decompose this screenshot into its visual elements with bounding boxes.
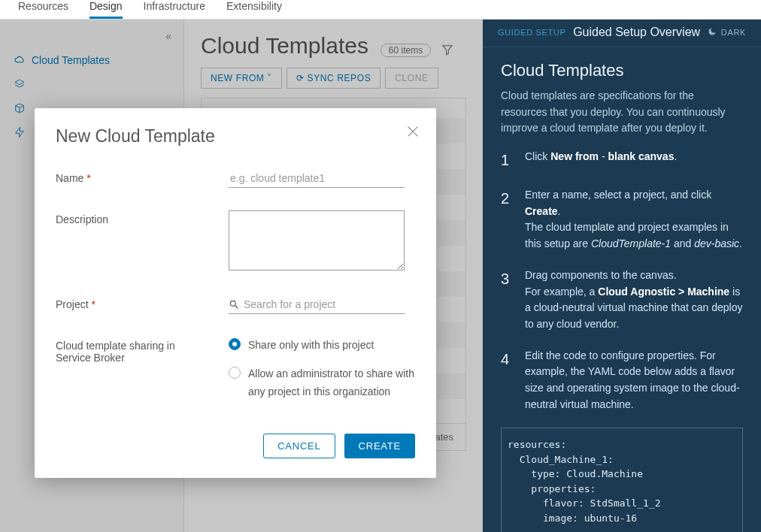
new-cloud-template-modal: New Cloud Template Name * Description [35, 108, 436, 478]
tab-resources[interactable]: Resources [18, 0, 68, 19]
close-icon[interactable] [405, 123, 421, 140]
radio-share-admin[interactable]: Allow an administrator to share with any… [229, 365, 415, 401]
guided-setup-link[interactable]: GUIDED SETUP [498, 28, 565, 37]
required-mark: * [91, 298, 95, 310]
tab-design[interactable]: Design [89, 0, 123, 19]
field-label: Service Broker [56, 352, 125, 364]
yaml-code-block: resources: Cloud_Machine_1: type: Cloud.… [501, 428, 743, 532]
radio-share-only-project[interactable]: Share only with this project [229, 337, 415, 355]
guided-overview-title: Guided Setup Overview [573, 26, 700, 39]
tab-infrastructure[interactable]: Infrastructure [144, 0, 205, 19]
guided-panel: GUIDED SETUP Guided Setup Overview DARK … [483, 20, 761, 532]
top-tabs: Resources Design Infrastructure Extensib… [0, 0, 761, 20]
guided-intro: Cloud templates are specifications for t… [501, 88, 743, 137]
field-label: Cloud template sharing in [56, 340, 175, 352]
radio-label: Share only with this project [248, 337, 374, 355]
svg-line-6 [235, 306, 238, 309]
dark-mode-toggle[interactable]: DARK [708, 27, 746, 38]
guided-step-1: 1 Click New from - blank canvas. [501, 149, 743, 172]
svg-point-5 [230, 301, 235, 306]
field-label: Name [56, 172, 83, 184]
radio-icon [229, 367, 241, 379]
cancel-button[interactable]: CANCEL [263, 434, 335, 458]
guided-step-4: 4 Edit the code to configure properties.… [501, 348, 743, 413]
field-label: Project [56, 298, 89, 310]
description-textarea[interactable] [229, 210, 405, 271]
project-search-input[interactable] [244, 295, 405, 313]
moon-icon [708, 27, 717, 38]
guided-step-3: 3 Drag components to the canvas. For exa… [501, 268, 743, 333]
radio-label: Allow an administrator to share with any… [248, 365, 415, 401]
tab-extensibility[interactable]: Extensibility [226, 0, 282, 19]
name-input[interactable] [229, 169, 405, 188]
project-search[interactable] [229, 295, 405, 314]
guided-heading: Cloud Templates [501, 61, 743, 80]
create-button[interactable]: CREATE [344, 434, 415, 458]
radio-icon [229, 338, 241, 350]
search-icon [229, 299, 239, 310]
modal-title: New Cloud Template [56, 126, 415, 147]
guided-step-2: 2 Enter a name, select a project, and cl… [501, 187, 743, 252]
required-mark: * [86, 172, 90, 184]
field-label: Description [56, 213, 108, 225]
